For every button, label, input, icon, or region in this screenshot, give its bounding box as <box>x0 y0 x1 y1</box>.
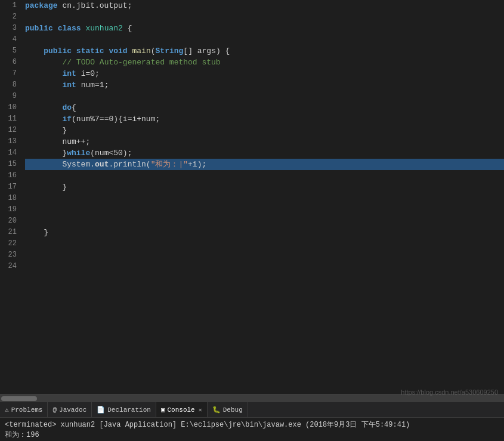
line-number-20: 20 <box>5 215 17 227</box>
code-line-8: int num=1; <box>25 79 504 91</box>
code-line-23 <box>25 249 504 261</box>
code-line-24 <box>25 261 504 272</box>
code-line-11: if(num%7==0){i=i+num; <box>25 113 504 125</box>
scrollbar-thumb[interactable] <box>1 396 37 401</box>
token-type: String <box>156 45 184 57</box>
problems-tab-label: Problems <box>11 406 43 414</box>
code-line-9 <box>25 91 504 102</box>
javadoc-tab-label: Javadoc <box>59 406 86 414</box>
token-kw: public <box>44 45 72 57</box>
token-kw-void: void <box>109 45 127 57</box>
token-plain: { <box>72 102 76 113</box>
tab-javadoc[interactable]: @Javadoc <box>48 402 92 418</box>
debug-tab-label: Debug <box>223 406 243 414</box>
code-line-16 <box>25 170 504 181</box>
token-kw: class <box>58 23 81 34</box>
token-plain <box>25 68 62 79</box>
code-line-22 <box>25 238 504 249</box>
line-number-15: 15 <box>5 159 17 170</box>
token-plain <box>25 79 62 91</box>
token-kw: int <box>62 79 76 91</box>
code-line-20 <box>25 215 504 227</box>
token-plain: { <box>123 23 132 34</box>
line-number-5: 5 <box>5 45 17 57</box>
line-number-14: 14 <box>5 147 17 159</box>
line-number-13: 13 <box>5 136 17 147</box>
line-number-6: 6 <box>5 57 17 68</box>
console-terminated-line: <terminated> xunhuan2 [Java Application]… <box>5 420 499 430</box>
token-kw: if <box>62 113 72 125</box>
token-plain: i=0; <box>76 68 100 79</box>
token-plain: System. <box>25 159 95 170</box>
tab-console[interactable]: ▣Console✕ <box>156 402 208 418</box>
line-number-12: 12 <box>5 125 17 136</box>
code-line-3: public class xunhuan2 { <box>25 23 504 34</box>
code-line-12: } <box>25 125 504 136</box>
code-line-19 <box>25 204 504 215</box>
token-bold-out: out <box>95 159 109 170</box>
tab-problems[interactable]: ⚠Problems <box>0 402 48 418</box>
debug-tab-icon: 🐛 <box>212 406 221 414</box>
console-output-line: 和为：196 <box>5 430 499 440</box>
code-line-17: } <box>25 181 504 193</box>
token-plain <box>25 113 62 125</box>
line-number-10: 10 <box>5 102 17 113</box>
console-tab-icon: ▣ <box>161 406 165 414</box>
token-cn-text: "和为：|" <box>151 159 188 170</box>
console-tab-close[interactable]: ✕ <box>199 406 202 414</box>
code-line-5: public static void main(String[] args) { <box>25 45 504 57</box>
token-plain: [] args) { <box>183 45 230 57</box>
line-number-16: 16 <box>5 170 17 181</box>
code-line-10: do{ <box>25 102 504 113</box>
token-plain <box>81 23 86 34</box>
token-plain <box>25 45 44 57</box>
token-kw: public <box>25 23 53 34</box>
token-plain: num=1; <box>76 79 109 91</box>
token-kw: while <box>67 147 90 159</box>
console-tab-label: Console <box>168 406 195 414</box>
line-number-9: 9 <box>5 91 17 102</box>
token-plain <box>25 57 62 68</box>
editor-area: 123456789101112131415161718192021222324 … <box>0 0 504 402</box>
declaration-tab-icon: 📄 <box>97 406 105 414</box>
line-number-4: 4 <box>5 34 17 45</box>
line-number-17: 17 <box>5 181 17 193</box>
token-plain <box>104 45 109 57</box>
token-plain: .println( <box>109 159 150 170</box>
token-kw: int <box>62 68 76 79</box>
code-line-21: } <box>25 227 504 238</box>
line-number-8: 8 <box>5 79 17 91</box>
code-line-2 <box>25 11 504 23</box>
line-numbers: 123456789101112131415161718192021222324 <box>0 0 21 394</box>
code-container: 123456789101112131415161718192021222324 … <box>0 0 504 394</box>
line-number-18: 18 <box>5 193 17 204</box>
code-line-13: num++; <box>25 136 504 147</box>
token-plain: } <box>25 227 48 238</box>
line-number-11: 11 <box>5 113 17 125</box>
token-plain <box>25 102 62 113</box>
code-line-15: System.out.println("和为：|"+i); <box>25 159 504 170</box>
problems-tab-icon: ⚠ <box>5 406 9 414</box>
line-number-24: 24 <box>5 261 17 272</box>
token-plain: } <box>25 181 67 193</box>
line-number-7: 7 <box>5 68 17 79</box>
line-number-21: 21 <box>5 227 17 238</box>
tab-debug[interactable]: 🐛Debug <box>208 402 248 418</box>
javadoc-tab-icon: @ <box>52 406 57 414</box>
code-line-6: // TODO Auto-generated method stub <box>25 57 504 68</box>
code-line-14: }while(num<50); <box>25 147 504 159</box>
token-plain: } <box>25 147 67 159</box>
horizontal-scrollbar[interactable] <box>0 394 504 402</box>
token-plain <box>53 23 58 34</box>
token-kw: package <box>25 0 58 11</box>
token-plain <box>128 45 132 57</box>
line-number-23: 23 <box>5 249 17 261</box>
code-line-4 <box>25 34 504 45</box>
token-plain: cn.jbit.output; <box>58 0 132 11</box>
line-number-19: 19 <box>5 204 17 215</box>
token-plain: (num<50); <box>90 147 132 159</box>
code-line-1: package cn.jbit.output; <box>25 0 504 11</box>
token-plain: +i); <box>188 159 206 170</box>
tab-declaration[interactable]: 📄Declaration <box>92 402 156 418</box>
code-lines[interactable]: package cn.jbit.output;public class xunh… <box>21 0 504 394</box>
